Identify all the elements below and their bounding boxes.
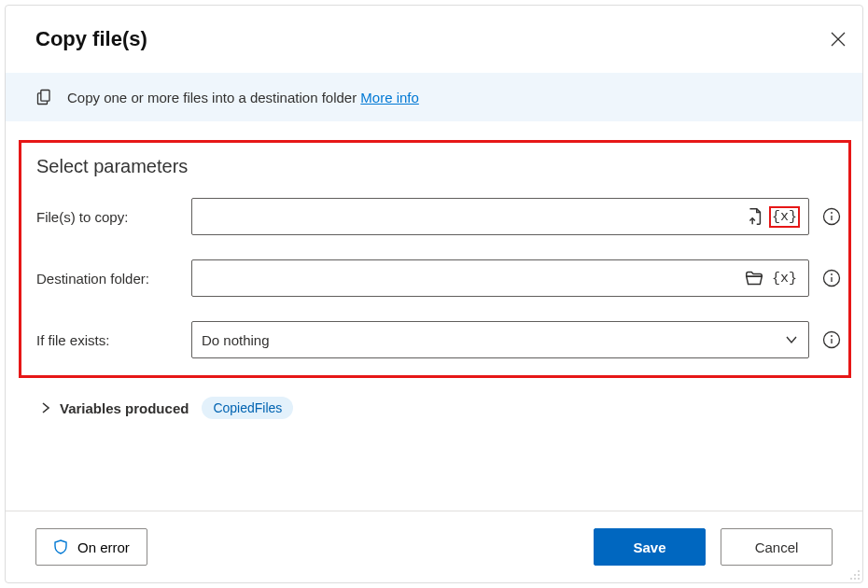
chevron-right-icon — [41, 402, 50, 413]
svg-point-17 — [858, 578, 860, 580]
dialog-title: Copy file(s) — [35, 27, 147, 51]
variables-produced-row: Variables produced CopiedFiles — [6, 384, 862, 419]
svg-point-8 — [831, 273, 833, 275]
svg-point-15 — [850, 578, 852, 580]
select-value: Do nothing — [202, 332, 270, 348]
dialog-header: Copy file(s) — [6, 6, 862, 73]
row-if-file-exists: If file exists: Do nothing — [36, 321, 841, 358]
section-title: Select parameters — [36, 156, 841, 177]
label-files-to-copy: File(s) to copy: — [36, 209, 191, 225]
svg-rect-2 — [41, 91, 49, 102]
cancel-button[interactable]: Cancel — [721, 528, 833, 566]
variables-toggle[interactable]: Variables produced — [41, 400, 189, 416]
svg-point-16 — [854, 578, 856, 580]
dialog-footer: On error Save Cancel — [6, 511, 862, 582]
banner-text: Copy one or more files into a destinatio… — [67, 90, 419, 105]
on-error-button[interactable]: On error — [35, 528, 147, 566]
banner-text-content: Copy one or more files into a destinatio… — [67, 90, 360, 105]
close-button[interactable] — [814, 21, 862, 58]
variable-chip[interactable]: CopiedFiles — [202, 397, 293, 419]
input-files-to-copy[interactable] — [202, 199, 738, 234]
insert-variable-button[interactable]: {x} — [770, 207, 799, 227]
chevron-down-icon — [784, 332, 799, 347]
on-error-label: On error — [77, 539, 130, 555]
input-destination-folder[interactable] — [202, 260, 738, 296]
select-if-file-exists[interactable]: Do nothing — [191, 321, 809, 358]
label-if-file-exists: If file exists: — [36, 332, 191, 348]
field-files-to-copy: {x} — [191, 198, 809, 235]
variables-label: Variables produced — [60, 400, 189, 416]
svg-point-14 — [858, 574, 860, 576]
row-destination-folder: Destination folder: {x} — [36, 259, 841, 297]
info-icon[interactable] — [822, 330, 841, 349]
svg-point-13 — [854, 574, 856, 576]
shield-icon — [53, 539, 68, 554]
footer-actions: Save Cancel — [594, 528, 833, 566]
browse-folder-icon[interactable] — [744, 268, 764, 288]
info-icon[interactable] — [822, 269, 841, 287]
save-button[interactable]: Save — [594, 528, 706, 566]
copy-files-icon — [35, 88, 54, 106]
select-file-icon[interactable] — [744, 206, 764, 227]
svg-point-12 — [858, 570, 860, 572]
resize-grip-icon[interactable] — [847, 567, 861, 581]
more-info-link[interactable]: More info — [360, 90, 419, 105]
svg-point-11 — [831, 335, 833, 337]
row-files-to-copy: File(s) to copy: {x} — [36, 198, 841, 235]
info-icon[interactable] — [822, 207, 841, 226]
info-banner: Copy one or more files into a destinatio… — [6, 73, 862, 121]
label-destination-folder: Destination folder: — [36, 271, 191, 287]
field-destination-folder: {x} — [191, 259, 809, 297]
parameters-highlight-box: Select parameters File(s) to copy: {x} — [19, 140, 851, 378]
insert-variable-button[interactable]: {x} — [770, 269, 799, 288]
svg-point-5 — [831, 212, 833, 214]
copy-files-dialog: Copy file(s) Copy one or more files into… — [5, 5, 863, 583]
close-icon — [831, 32, 846, 47]
